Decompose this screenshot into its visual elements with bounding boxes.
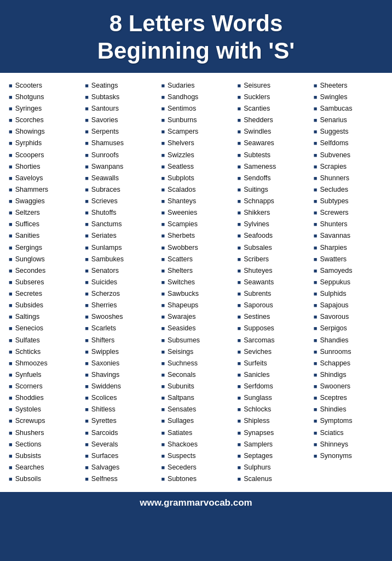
word-text: Seceders: [168, 462, 197, 472]
list-item: ■Sheeters: [314, 81, 383, 90]
bullet-icon: ■: [161, 463, 165, 472]
bullet-icon: ■: [161, 382, 165, 391]
word-text: Shifters: [91, 335, 114, 345]
list-item: ■Sawbucks: [161, 289, 230, 299]
list-item: ■Shavings: [85, 370, 154, 380]
word-text: Scrapies: [320, 162, 347, 171]
list-item: ■Selfdoms: [314, 138, 383, 148]
bullet-icon: ■: [9, 93, 13, 102]
list-item: ■Senators: [85, 266, 154, 276]
list-item: ■Scherzos: [85, 289, 154, 299]
list-item: ■Scribers: [238, 254, 307, 264]
list-item: ■Suicides: [85, 277, 154, 287]
bullet-icon: ■: [314, 82, 318, 90]
list-item: ■Sweenies: [161, 208, 230, 217]
word-text: Sunglass: [244, 393, 272, 403]
bullet-icon: ■: [9, 290, 13, 299]
list-item: ■Switches: [161, 277, 230, 287]
list-item: ■Screwups: [9, 416, 78, 426]
word-text: Symptoms: [320, 416, 352, 426]
word-text: Subsumes: [168, 335, 200, 345]
list-item: ■Scorches: [9, 115, 78, 125]
word-text: Sambucas: [320, 104, 352, 113]
word-text: Shamuses: [91, 138, 124, 148]
bullet-icon: ■: [9, 324, 13, 333]
list-item: ■Shmoozes: [9, 358, 78, 368]
word-text: Shitless: [91, 404, 116, 414]
bullet-icon: ■: [238, 452, 241, 461]
bullet-icon: ■: [238, 394, 241, 403]
word-text: Saveloys: [15, 173, 43, 183]
bullet-icon: ■: [85, 163, 89, 171]
bullet-icon: ■: [9, 209, 13, 217]
word-text: Sanities: [15, 231, 39, 241]
bullet-icon: ■: [314, 93, 318, 102]
bullet-icon: ■: [161, 336, 165, 345]
bullet-icon: ■: [161, 139, 165, 148]
bullet-icon: ■: [314, 440, 318, 449]
bullet-icon: ■: [85, 382, 89, 391]
list-item: ■Subsales: [238, 243, 307, 253]
bullet-icon: ■: [238, 116, 241, 125]
list-item: ■Scalenus: [238, 474, 307, 484]
word-text: Seasides: [168, 323, 195, 333]
bullet-icon: ■: [238, 348, 241, 357]
word-text: Salvages: [91, 462, 119, 472]
list-item: ■Savories: [85, 115, 154, 125]
list-item: ■Scolices: [85, 393, 154, 403]
list-item: ■Shunters: [314, 219, 383, 229]
list-item: ■Seceders: [161, 462, 230, 472]
bullet-icon: ■: [161, 324, 165, 333]
list-item: ■Saporous: [238, 300, 307, 310]
word-text: Sheeters: [320, 81, 347, 90]
list-item: ■Samoyeds: [314, 266, 383, 276]
bullet-icon: ■: [85, 128, 89, 136]
bullet-icon: ■: [314, 429, 318, 438]
bullet-icon: ■: [85, 359, 89, 368]
bullet-icon: ■: [9, 244, 13, 253]
word-text: Septages: [244, 451, 273, 461]
list-item: ■Serpigos: [314, 323, 383, 333]
word-text: Syrettes: [91, 416, 117, 426]
list-item: ■Subtasks: [85, 92, 154, 102]
word-text: Sendoffs: [244, 173, 270, 183]
list-item: ■Schticks: [9, 347, 78, 357]
bullet-icon: ■: [161, 290, 165, 299]
word-text: Sambukes: [91, 254, 124, 264]
column-2: ■Seatings■Subtasks■Santours■Savories■Ser…: [82, 81, 158, 485]
bullet-icon: ■: [9, 220, 13, 229]
word-text: Saltpans: [168, 393, 194, 403]
bullet-icon: ■: [161, 475, 165, 484]
list-item: ■Sections: [9, 439, 78, 449]
list-item: ■Shitless: [85, 404, 154, 414]
word-text: Subsists: [15, 451, 41, 461]
list-item: ■Saltpans: [161, 393, 230, 403]
word-text: Sucklers: [244, 92, 270, 102]
list-item: ■Subunits: [161, 381, 230, 391]
word-text: Sentimos: [168, 104, 196, 113]
bullet-icon: ■: [9, 405, 13, 414]
page-footer: www.grammarvocab.com: [0, 492, 392, 514]
word-text: Shelvers: [168, 138, 194, 148]
bullet-icon: ■: [85, 105, 89, 113]
list-item: ■Serfdoms: [238, 381, 307, 391]
list-item: ■Sensates: [161, 404, 230, 414]
word-text: Syringes: [15, 104, 42, 113]
bullet-icon: ■: [85, 232, 89, 241]
bullet-icon: ■: [161, 267, 165, 276]
bullet-icon: ■: [9, 163, 13, 171]
bullet-icon: ■: [9, 301, 13, 310]
word-text: Sarcomas: [244, 335, 274, 345]
bullet-icon: ■: [314, 105, 318, 113]
word-text: Systoles: [15, 404, 41, 414]
list-item: ■Satiates: [161, 428, 230, 438]
word-text: Sawbucks: [168, 289, 199, 299]
list-item: ■Subtypes: [314, 196, 383, 206]
bullet-icon: ■: [238, 244, 241, 253]
bullet-icon: ■: [85, 463, 89, 472]
bullet-icon: ■: [9, 255, 13, 264]
list-item: ■Septages: [238, 451, 307, 461]
word-text: Seisures: [244, 81, 270, 90]
list-item: ■Scooters: [9, 81, 78, 90]
bullet-icon: ■: [314, 163, 318, 171]
